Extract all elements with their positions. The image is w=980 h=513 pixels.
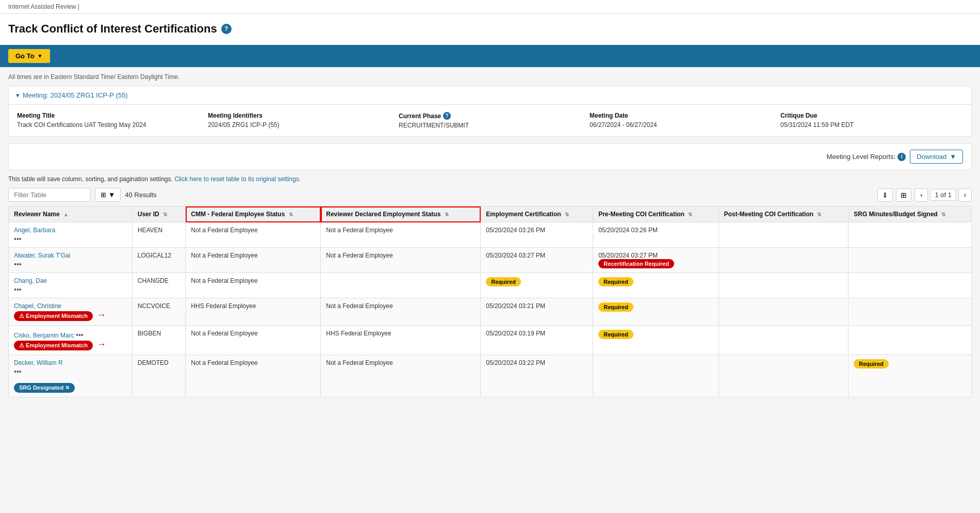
reviewer-name-cell: Atwater, Surak T'Gai••• (9, 248, 133, 273)
help-icon[interactable]: ? (221, 24, 232, 34)
timezone-note: All times are in Eastern Standard Time/ … (8, 73, 972, 81)
page-title: Track Conflict of Interest Certification… (8, 22, 972, 36)
table-row: Atwater, Surak T'Gai•••LOGICAL12Not a Fe… (9, 248, 972, 273)
reviewer-name-cell: Chang, Dae ••• (9, 273, 133, 298)
user-id-cell: BIGBEN (132, 326, 186, 355)
download-button[interactable]: Download ▼ (910, 150, 963, 164)
declared-status-cell: Not a Federal Employee (321, 298, 481, 326)
meeting-col-title: Meeting Title Track COI Certifications U… (17, 112, 200, 129)
col-reviewer-name[interactable]: Reviewer Name ▲ (9, 206, 133, 222)
pre-cert-cell: Required (593, 273, 719, 298)
dropdown-arrow-icon: ▼ (38, 53, 43, 59)
phase-help-icon[interactable]: ? (443, 112, 451, 120)
reviewer-link[interactable]: Atwater, Surak T'Gai (14, 252, 70, 259)
post-cert-cell (718, 298, 848, 326)
table-left-controls: ⊞ ▼ 40 Results (8, 188, 157, 202)
col-srg[interactable]: SRG Minutes/Budget Signed ⇅ (848, 206, 972, 222)
reviewer-link[interactable]: Chang, Dae (14, 277, 47, 284)
filter-input[interactable] (8, 188, 91, 202)
col-declared-status[interactable]: Reviewer Declared Employment Status ⇅ (321, 206, 481, 222)
srg-cell (848, 248, 972, 273)
emp-cert-cell: 05/20/2024 03:22 PM (481, 355, 593, 397)
meeting-title-label: Meeting Title (17, 112, 200, 119)
declared-status-cell: Not a Federal Employee (321, 248, 481, 273)
table-row: Decker, William R •••SRG Designated ✕DEM… (9, 355, 972, 397)
sort-icon: ▲ (63, 212, 69, 217)
page-info: 1 of 1 (930, 189, 956, 201)
meeting-critique-label: Critique Due (780, 112, 963, 119)
row-actions-button[interactable]: ••• (14, 285, 22, 294)
column-toggle-button[interactable]: ⊞ ▼ (95, 188, 121, 202)
top-bar-text: Internet Assisted Review | (8, 3, 79, 10)
sort-icon: ⇅ (163, 212, 167, 217)
next-page-button[interactable]: › (958, 188, 972, 202)
row-actions-button[interactable]: ••• (76, 331, 84, 339)
reviewer-link[interactable]: Cisko, Benjamin Marc (14, 332, 74, 339)
reports-help-icon[interactable]: i (897, 153, 906, 161)
pre-cert-cell: Required (593, 298, 719, 326)
srg-designated-badge[interactable]: SRG Designated ✕ (14, 383, 75, 393)
download-table-button[interactable]: ⬇ (877, 188, 893, 202)
declared-status-cell (321, 273, 481, 298)
emp-cert-cell: Required (481, 273, 593, 298)
meeting-id-label: Meeting Identifiers (208, 112, 390, 119)
col-emp-cert[interactable]: Employment Certification ⇅ (481, 206, 593, 222)
reset-note: This table will save column, sorting, an… (8, 175, 972, 183)
pre-cert-cell: 05/20/2024 03:26 PM (593, 222, 719, 248)
cmm-status-cell: Not a Federal Employee (186, 273, 321, 298)
srg-cell (848, 326, 972, 355)
reviewer-link[interactable]: Chapel, Christine (14, 302, 61, 310)
sort-icon: ⇅ (289, 212, 293, 217)
table-row: Chang, Dae •••CHANGDENot a Federal Emplo… (9, 273, 972, 298)
row-actions-button[interactable]: ••• (14, 260, 22, 268)
employment-mismatch-badge[interactable]: ⚠ Employment Mismatch (14, 311, 93, 321)
required-badge: Required (598, 302, 633, 312)
grid-view-button[interactable]: ⊞ (896, 188, 911, 202)
sort-icon: ⇅ (445, 212, 449, 217)
arrow-indicator: → (97, 339, 106, 350)
sort-icon: ⇅ (817, 212, 821, 217)
meeting-id-value: 2024/05 ZRG1 ICP-P (55) (208, 121, 390, 129)
goto-button[interactable]: Go To ▼ (8, 49, 50, 63)
meeting-details: Meeting Title Track COI Certifications U… (9, 105, 971, 136)
row-actions-button[interactable]: ••• (14, 235, 22, 243)
table-controls: ⊞ ▼ 40 Results ⬇ ⊞ ‹ 1 of 1 › (8, 188, 972, 202)
post-cert-cell (718, 222, 848, 248)
nav-bar: Go To ▼ (0, 45, 980, 67)
table-row: Cisko, Benjamin Marc •••⚠ Employment Mis… (9, 326, 972, 355)
reviewer-name-cell: Chapel, Christine⚠ Employment Mismatch→ (9, 298, 133, 326)
reviewer-name-cell: Decker, William R •••SRG Designated ✕ (9, 355, 133, 397)
meeting-header-label: Meeting: 2024/05 ZRG1 ICP-P (55) (23, 91, 128, 99)
reviewer-link[interactable]: Decker, William R (14, 359, 63, 366)
meeting-col-critique: Critique Due 05/31/2024 11:59 PM EDT (780, 112, 963, 129)
col-cmm-status[interactable]: CMM - Federal Employee Status ⇅ (186, 206, 321, 222)
data-table: Reviewer Name ▲ User ID ⇅ CMM - Federal … (8, 206, 972, 397)
reviewer-link[interactable]: Angel, Barbara (14, 227, 55, 234)
cmm-status-cell: Not a Federal Employee (186, 248, 321, 273)
meeting-date-value: 06/27/2024 - 06/27/2024 (590, 121, 772, 129)
post-cert-cell (718, 273, 848, 298)
col-user-id[interactable]: User ID ⇅ (132, 206, 186, 222)
prev-page-button[interactable]: ‹ (914, 188, 928, 202)
declared-status-cell: Not a Federal Employee (321, 222, 481, 248)
sort-icon: ⇅ (941, 212, 945, 217)
employment-mismatch-badge[interactable]: ⚠ Employment Mismatch (14, 341, 93, 350)
post-cert-cell (718, 355, 848, 397)
meeting-date-label: Meeting Date (590, 112, 772, 119)
col-post-cert[interactable]: Post-Meeting COI Certification ⇅ (718, 206, 848, 222)
user-id-cell: DEMOTED (132, 355, 186, 397)
meeting-col-identifiers: Meeting Identifiers 2024/05 ZRG1 ICP-P (… (208, 112, 390, 129)
results-count: 40 Results (125, 191, 156, 199)
table-row: Angel, Barbara •••HEAVENNot a Federal Em… (9, 222, 972, 248)
row-actions-button[interactable]: ••• (14, 367, 22, 376)
emp-cert-cell: 05/20/2024 03:26 PM (481, 222, 593, 248)
declared-status-cell: Not a Federal Employee (321, 355, 481, 397)
recert-badge: Recertification Required (598, 259, 674, 268)
reset-link[interactable]: Click here to reset table to its origina… (174, 175, 301, 183)
main-content: All times are in Eastern Standard Time/ … (0, 67, 980, 404)
user-id-cell: CHANGDE (132, 273, 186, 298)
user-id-cell: LOGICAL12 (132, 248, 186, 273)
col-pre-cert[interactable]: Pre-Meeting COI Certification ⇅ (593, 206, 719, 222)
meeting-header[interactable]: ▾ Meeting: 2024/05 ZRG1 ICP-P (55) (9, 86, 971, 105)
meeting-title-value: Track COI Certifications UAT Testing May… (17, 121, 200, 129)
